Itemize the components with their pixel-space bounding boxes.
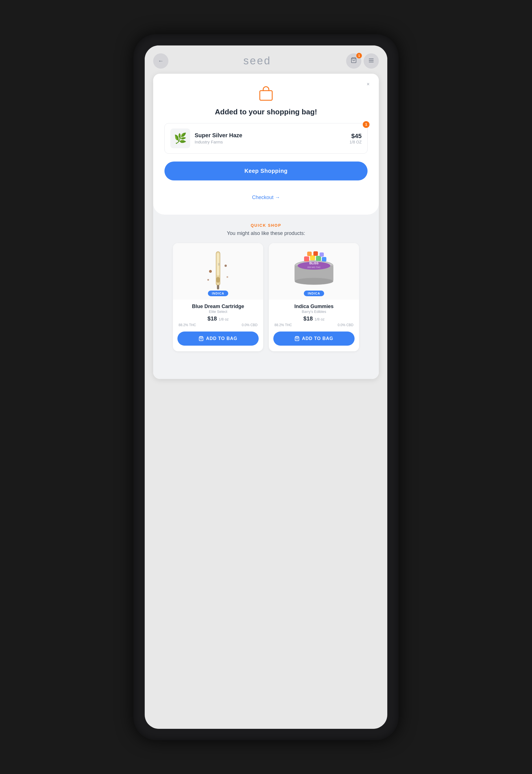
gummies-image: BLISS 200 MG THC (291, 250, 337, 293)
close-button[interactable]: × (363, 79, 373, 89)
item-price: $45 (349, 132, 362, 140)
svg-rect-7 (216, 277, 220, 283)
quick-shop-eyebrow: QUICK SHOP (173, 223, 359, 228)
cart-badge: 1 (356, 53, 362, 58)
app-header: ← seed 1 (145, 45, 387, 74)
cart-button[interactable]: 1 (346, 53, 361, 69)
bag-icon-btn-2 (294, 336, 300, 341)
cartridge-image: 00 (203, 249, 234, 294)
bag-icon-btn-1 (199, 336, 204, 341)
svg-rect-4 (260, 91, 272, 100)
back-icon: ← (158, 58, 164, 64)
modal-title: Added to your shopping bag! (164, 107, 368, 116)
item-name: Super Silver Haze (195, 132, 345, 139)
menu-button[interactable] (364, 53, 379, 69)
product-1-details: 88.2% THC 0.0% CBD (177, 323, 259, 327)
modal-top: × Added to your shopping bag! 🌿 Super (153, 74, 379, 189)
device-frame: ← seed 1 (133, 34, 399, 740)
modal-card: × Added to your shopping bag! 🌿 Super (153, 74, 379, 379)
product-1-name: Blue Dream Cartridge (177, 304, 259, 310)
product-1-price-row: $18 1/8 oz (177, 315, 259, 322)
svg-rect-26 (313, 251, 318, 256)
svg-text:BLISS: BLISS (309, 262, 318, 265)
product-2-brand: Barry's Edibles (273, 310, 355, 314)
product-1-cbd: 0.0% CBD (242, 323, 258, 327)
checkout-link-row: Checkout → (164, 195, 368, 201)
quick-shop-subtitle: You might also like these products: (173, 231, 359, 236)
product-2-image: BLISS 200 MG THC (269, 243, 359, 300)
product-2-info: Indica Gummies Barry's Edibles $18 1/8 o… (269, 300, 359, 327)
quick-shop-section: QUICK SHOP You might also like these pro… (164, 223, 368, 368)
product-card-1: 00 INDICA Blue Dream Cartridge Elite Sel… (173, 243, 263, 351)
products-grid: 00 INDICA Blue Dream Cartridge Elite Sel… (173, 243, 359, 351)
shopping-bag-icon (258, 85, 274, 102)
svg-point-12 (227, 276, 228, 278)
svg-rect-27 (320, 253, 324, 257)
close-icon: × (367, 81, 370, 87)
product-2-size: 1/8 oz (315, 317, 324, 321)
cart-icon (351, 57, 357, 65)
item-price-container: $45 1/8 OZ (349, 132, 362, 144)
item-size: 1/8 OZ (349, 140, 362, 144)
checkout-link[interactable]: Checkout → (164, 195, 368, 201)
header-right-controls: 1 (346, 53, 379, 69)
svg-text:200 MG THC: 200 MG THC (307, 266, 321, 269)
keep-shopping-button[interactable]: Keep Shopping (164, 161, 368, 180)
svg-point-11 (207, 279, 209, 281)
product-2-price-row: $18 1/8 oz (273, 315, 355, 322)
product-2-badge: INDICA (304, 291, 324, 296)
product-2-name: Indica Gummies (273, 304, 355, 310)
product-2-details: 88.2% THC 0.0% CBD (273, 323, 355, 327)
cart-item: 🌿 Super Silver Haze Industry Farms $45 1… (164, 123, 368, 153)
svg-rect-21 (304, 257, 309, 262)
svg-point-17 (295, 278, 333, 285)
product-card-2: BLISS 200 MG THC (269, 243, 359, 351)
menu-icon (368, 57, 374, 65)
product-2-thc: 88.2% THC (274, 323, 292, 327)
checkout-area: Checkout → (153, 189, 379, 201)
product-1-badge: INDICA (208, 291, 228, 296)
app-logo: seed (243, 55, 271, 67)
item-image: 🌿 (170, 128, 190, 148)
svg-rect-23 (316, 256, 321, 261)
item-info: Super Silver Haze Industry Farms (195, 132, 345, 144)
add-to-bag-button-1[interactable]: ADD TO BAG (177, 332, 259, 346)
bag-icon-container (164, 85, 368, 103)
add-to-bag-label-2: ADD TO BAG (302, 336, 333, 341)
svg-rect-8 (217, 285, 219, 290)
svg-rect-24 (322, 257, 326, 262)
product-2-cbd: 0.0% CBD (338, 323, 353, 327)
product-2-price: $18 (304, 315, 313, 322)
svg-point-10 (225, 265, 227, 267)
back-button[interactable]: ← (153, 53, 168, 69)
svg-point-9 (209, 270, 212, 273)
item-brand: Industry Farms (195, 139, 345, 144)
product-1-size: 1/8 oz (219, 317, 228, 321)
curve-divider (153, 201, 379, 215)
product-1-price: $18 (208, 315, 217, 322)
product-1-image: 00 INDICA (173, 243, 263, 300)
item-quantity-badge: 1 (363, 121, 370, 128)
product-1-thc: 88.2% THC (179, 323, 196, 327)
product-1-brand: Elite Select (177, 310, 259, 314)
svg-text:00: 00 (217, 263, 220, 266)
add-to-bag-button-2[interactable]: ADD TO BAG (273, 332, 355, 346)
svg-rect-25 (307, 252, 312, 256)
device-screen: ← seed 1 (145, 45, 387, 729)
add-to-bag-label-1: ADD TO BAG (206, 336, 237, 341)
product-1-info: Blue Dream Cartridge Elite Select $18 1/… (173, 300, 263, 327)
modal-bottom: QUICK SHOP You might also like these pro… (153, 201, 379, 379)
